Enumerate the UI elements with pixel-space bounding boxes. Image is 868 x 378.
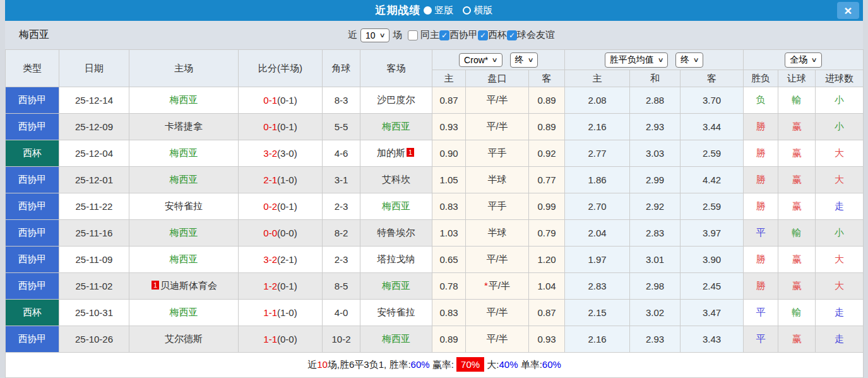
avg-away: 4.42 xyxy=(681,167,744,193)
match-score: 3-2(3-0) xyxy=(239,140,323,167)
corner-score: 8-5 xyxy=(323,273,360,300)
result-handicap: 赢 xyxy=(778,140,816,167)
result-wdl: 平 xyxy=(744,300,778,326)
match-type-badge: 西杯 xyxy=(6,300,59,326)
radio-vertical-layout[interactable]: 竖版 xyxy=(424,4,454,16)
corner-score: 4-0 xyxy=(323,300,360,326)
radio-horizontal-label: 横版 xyxy=(474,4,493,16)
avg-metric-select[interactable]: 胜平负均值 ∨ xyxy=(605,52,668,68)
league-filter-label-cup[interactable]: 西杯 xyxy=(488,29,507,41)
home-team: 梅西亚 xyxy=(129,300,239,326)
table-row: 西协甲 25-11-22 安特雀拉 0-2(0-1) 2-3 梅西亚 0.83 … xyxy=(6,193,864,220)
avg-draw: 3.02 xyxy=(630,300,681,326)
result-wdl: 负 xyxy=(744,87,778,114)
summary-part: 70% xyxy=(456,357,484,372)
same-home-label[interactable]: 同主 xyxy=(420,29,439,41)
header-corners: 角球 xyxy=(323,50,360,87)
table-row: 西协甲 25-12-01 梅西亚 2-1(1-0) 3-1 艾科坎 1.05 半… xyxy=(6,167,864,193)
result-goals: 小 xyxy=(816,114,864,140)
odds-home: 0.87 xyxy=(432,87,466,114)
home-team: 艾尔德斯 xyxy=(129,326,239,353)
team-name-text: 艾科坎 xyxy=(382,174,410,185)
away-team: 安特雀拉 xyxy=(360,300,432,326)
team-name-text: 特鲁埃尔 xyxy=(378,227,415,238)
team-name-text: 梅西亚 xyxy=(382,200,410,211)
table-row: 西协甲 25-10-26 艾尔德斯 1-1(0-0) 10-2 梅西亚 0.89… xyxy=(6,326,864,353)
filter-controls: 近 10 ∨ 场 同主 ✓ 西协甲 ✓ 西杯 ✓ 球会友谊 xyxy=(348,21,555,49)
halftime-score: (0-1) xyxy=(277,201,297,212)
avg-home: 2.83 xyxy=(565,273,630,300)
avg-metric-value: 胜平负均值 xyxy=(610,54,654,66)
match-score: 1-2(0-1) xyxy=(239,273,323,300)
match-date: 25-11-22 xyxy=(59,193,129,220)
odds-home: 0.93 xyxy=(432,114,466,140)
scope-value: 全场 xyxy=(790,54,807,66)
corner-score: 2-3 xyxy=(323,193,360,220)
avg-time-select[interactable]: 终 ∨ xyxy=(675,52,703,68)
result-wdl: 勝 xyxy=(744,193,778,220)
result-wdl: 勝 xyxy=(744,114,778,140)
odds-source-select[interactable]: Crow* ∨ xyxy=(459,53,502,67)
team-name-text: 梅西亚 xyxy=(382,333,410,344)
radio-horizontal-layout[interactable]: 横版 xyxy=(463,4,493,16)
summary-part: 赢率: xyxy=(430,359,457,370)
league-filter-checkbox-friendly[interactable]: ✓ xyxy=(507,30,517,40)
odds-home: 0.83 xyxy=(432,300,466,326)
halftime-score: (2-1) xyxy=(277,254,297,265)
match-date: 25-11-16 xyxy=(59,220,129,247)
avg-draw: 2.99 xyxy=(630,167,681,193)
away-team: 梅西亚 xyxy=(360,273,432,300)
league-filter-label-friendly[interactable]: 球会友谊 xyxy=(517,29,555,41)
odds-away: 1.04 xyxy=(529,273,565,300)
close-icon: × xyxy=(844,4,852,17)
corner-score: 2-3 xyxy=(323,247,360,273)
same-home-checkbox[interactable] xyxy=(408,30,418,40)
avg-away: 3.47 xyxy=(681,300,744,326)
summary-part: 40% xyxy=(499,359,518,370)
scope-select[interactable]: 全场 ∨ xyxy=(785,52,821,68)
match-date: 25-10-31 xyxy=(59,300,129,326)
result-goals: 大 xyxy=(816,247,864,273)
team-name-text: 梅西亚 xyxy=(170,147,198,158)
match-count-select[interactable]: 10 ∨ xyxy=(360,28,389,42)
subheader-avg-draw: 和 xyxy=(630,70,681,87)
header-home: 主场 xyxy=(129,50,239,87)
match-type-badge: 西协甲 xyxy=(6,220,59,247)
team-name-text: 梅西亚 xyxy=(170,253,198,264)
odds-away: 0.79 xyxy=(529,220,565,247)
league-filter-checkbox-cup[interactable]: ✓ xyxy=(478,30,488,40)
halftime-score: (1-0) xyxy=(277,307,297,318)
avg-draw: 2.83 xyxy=(630,220,681,247)
avg-draw: 2.92 xyxy=(630,193,681,220)
subheader-odds-home: 主 xyxy=(432,70,466,87)
close-button[interactable]: × xyxy=(837,2,859,19)
league-filter-label-laliga2[interactable]: 西协甲 xyxy=(449,29,478,41)
league-filter-checkbox-laliga2[interactable]: ✓ xyxy=(439,30,449,40)
odds-time-select[interactable]: 终 ∨ xyxy=(510,52,538,68)
home-team: 梅西亚 xyxy=(129,167,239,193)
result-wdl: 勝 xyxy=(744,273,778,300)
match-score: 0-1(0-1) xyxy=(239,114,323,140)
match-type-badge: 西协甲 xyxy=(6,247,59,273)
table-row: 西协甲 25-12-14 梅西亚 0-1(0-1) 8-3 沙巴度尔 0.87 … xyxy=(6,87,864,114)
chevron-down-icon: ∨ xyxy=(811,56,817,63)
fulltime-score: 3-2 xyxy=(263,148,277,159)
home-team: 梅西亚 xyxy=(129,247,239,273)
match-type-badge: 西协甲 xyxy=(6,87,59,114)
away-team: 梅西亚 xyxy=(360,326,432,353)
result-handicap: 赢 xyxy=(778,193,816,220)
check-icon: ✓ xyxy=(441,32,448,39)
result-handicap: 輸 xyxy=(778,300,816,326)
subheader-avg-away: 客 xyxy=(681,70,744,87)
summary-part: 60% xyxy=(411,359,430,370)
result-handicap: 赢 xyxy=(778,167,816,193)
chevron-down-icon: ∨ xyxy=(693,56,699,63)
away-team: 梅西亚 xyxy=(360,193,432,220)
avg-home: 2.15 xyxy=(565,300,630,326)
odds-handicap: 平/半 xyxy=(466,247,529,273)
result-wdl: 勝 xyxy=(744,140,778,167)
avg-away: 3.44 xyxy=(681,114,744,140)
match-date: 25-11-09 xyxy=(59,247,129,273)
odds-away: 0.89 xyxy=(529,87,565,114)
fulltime-score: 0-1 xyxy=(263,95,277,106)
